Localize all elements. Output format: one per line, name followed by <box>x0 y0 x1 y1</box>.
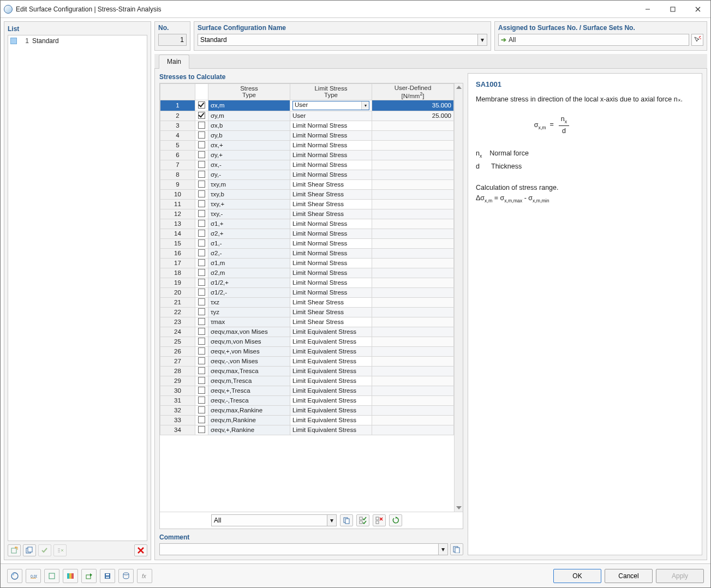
row-number[interactable]: 14 <box>160 229 195 238</box>
help-button[interactable] <box>7 569 22 583</box>
row-number[interactable]: 22 <box>160 307 195 317</box>
row-checkbox[interactable] <box>195 337 208 346</box>
cell-stress-type[interactable]: σ1/2,+ <box>208 278 290 287</box>
cell-user-defined[interactable] <box>372 170 454 179</box>
row-number[interactable]: 29 <box>160 376 195 386</box>
cell-stress-type[interactable]: σ1/2,- <box>208 287 290 297</box>
cell-stress-type[interactable]: σx,- <box>208 160 290 170</box>
assigned-field[interactable]: ➔ All <box>498 34 689 46</box>
cell-stress-type[interactable]: σ1,m <box>208 258 290 268</box>
cell-limit-type[interactable]: Limit Equivalent Stress <box>290 356 372 366</box>
check-all-button[interactable] <box>38 544 51 556</box>
cell-limit-type[interactable]: User <box>290 111 372 121</box>
comment-field[interactable] <box>159 543 438 555</box>
configuration-list[interactable]: 1 Standard <box>8 35 147 541</box>
row-number[interactable]: 23 <box>160 317 195 327</box>
cell-stress-type[interactable]: σeqv,-,Tresca <box>208 395 290 405</box>
row-number[interactable]: 11 <box>160 199 195 209</box>
cell-stress-type[interactable]: τxz <box>208 297 290 307</box>
row-number[interactable]: 31 <box>160 395 195 405</box>
colors-button[interactable] <box>63 569 78 583</box>
cell-user-defined[interactable] <box>372 386 454 395</box>
row-checkbox[interactable] <box>195 386 208 395</box>
function-button[interactable]: fx <box>137 569 152 583</box>
cell-limit-type[interactable]: Limit Equivalent Stress <box>290 405 372 415</box>
cell-user-defined[interactable] <box>372 278 454 287</box>
cell-limit-type[interactable]: Limit Normal Stress <box>290 229 372 238</box>
row-checkbox[interactable] <box>195 100 208 111</box>
row-checkbox[interactable] <box>195 425 208 435</box>
cell-limit-type[interactable]: Limit Normal Stress <box>290 258 372 268</box>
cell-user-defined[interactable] <box>372 317 454 327</box>
row-checkbox[interactable] <box>195 376 208 386</box>
cell-stress-type[interactable]: σx,b <box>208 121 290 130</box>
new-item-button[interactable] <box>8 544 21 556</box>
cell-user-defined[interactable] <box>372 150 454 160</box>
cell-limit-type[interactable]: Limit Normal Stress <box>290 278 372 287</box>
cell-user-defined[interactable] <box>372 130 454 140</box>
delete-item-button[interactable] <box>134 544 147 556</box>
uncheck-rows-button[interactable] <box>373 514 386 526</box>
cell-limit-type[interactable]: Limit Equivalent Stress <box>290 376 372 386</box>
name-combo[interactable]: ▾ <box>198 34 487 46</box>
cell-stress-type[interactable]: σy,b <box>208 130 290 140</box>
cell-user-defined[interactable] <box>372 327 454 337</box>
comment-combo[interactable]: ▾ <box>159 543 448 555</box>
row-number[interactable]: 33 <box>160 415 195 425</box>
cell-limit-type[interactable]: Limit Normal Stress <box>290 130 372 140</box>
row-number[interactable]: 4 <box>160 130 195 140</box>
row-number[interactable]: 1 <box>160 100 195 111</box>
row-checkbox[interactable] <box>195 111 208 121</box>
row-number[interactable]: 19 <box>160 278 195 287</box>
cell-user-defined[interactable] <box>372 248 454 258</box>
row-checkbox[interactable] <box>195 405 208 415</box>
cell-limit-type[interactable]: User▾ <box>290 100 372 111</box>
row-checkbox[interactable] <box>195 160 208 170</box>
save-button[interactable] <box>100 569 115 583</box>
cell-stress-type[interactable]: σeqv,+,von Mises <box>208 346 290 356</box>
comment-pick-button[interactable] <box>450 543 463 555</box>
cell-limit-type[interactable]: Limit Equivalent Stress <box>290 366 372 376</box>
cell-limit-type[interactable]: Limit Equivalent Stress <box>290 415 372 425</box>
row-number[interactable]: 24 <box>160 327 195 337</box>
row-checkbox[interactable] <box>195 130 208 140</box>
cell-limit-type[interactable]: Limit Normal Stress <box>290 248 372 258</box>
cell-user-defined[interactable]: 25.000 <box>372 111 454 121</box>
cell-stress-type[interactable]: σ1,- <box>208 238 290 248</box>
col-limit-type[interactable]: Limit StressType <box>290 84 372 100</box>
cell-user-defined[interactable] <box>372 219 454 229</box>
row-checkbox[interactable] <box>195 395 208 405</box>
cell-limit-type[interactable]: Limit Shear Stress <box>290 297 372 307</box>
cell-limit-type[interactable]: Limit Normal Stress <box>290 160 372 170</box>
apply-button[interactable]: Apply <box>656 569 704 583</box>
database-button[interactable] <box>118 569 134 583</box>
cell-stress-type[interactable]: σ1,+ <box>208 219 290 229</box>
row-number[interactable]: 7 <box>160 160 195 170</box>
cell-user-defined[interactable] <box>372 346 454 356</box>
cell-stress-type[interactable]: σeqv,m,Tresca <box>208 376 290 386</box>
row-number[interactable]: 18 <box>160 268 195 278</box>
row-checkbox[interactable] <box>195 140 208 150</box>
row-number[interactable]: 27 <box>160 356 195 366</box>
cell-stress-type[interactable]: σeqv,+,Tresca <box>208 386 290 395</box>
cell-stress-type[interactable]: σeqv,m,Rankine <box>208 415 290 425</box>
cell-user-defined[interactable] <box>372 356 454 366</box>
cell-limit-type[interactable]: Limit Normal Stress <box>290 268 372 278</box>
cell-user-defined[interactable] <box>372 297 454 307</box>
row-checkbox[interactable] <box>195 150 208 160</box>
cell-limit-type[interactable]: Limit Equivalent Stress <box>290 327 372 337</box>
comment-dropdown-button[interactable]: ▾ <box>438 543 448 555</box>
cancel-button[interactable]: Cancel <box>605 569 653 583</box>
cell-limit-type[interactable]: Limit Normal Stress <box>290 170 372 179</box>
row-checkbox[interactable] <box>195 219 208 229</box>
cell-limit-type[interactable]: Limit Shear Stress <box>290 317 372 327</box>
row-checkbox[interactable] <box>195 238 208 248</box>
cell-user-defined[interactable]: 35.000 <box>372 100 454 111</box>
number-field[interactable] <box>158 34 187 46</box>
cell-stress-type[interactable]: σ2,- <box>208 248 290 258</box>
cell-user-defined[interactable] <box>372 199 454 209</box>
row-checkbox[interactable] <box>195 248 208 258</box>
row-number[interactable]: 10 <box>160 189 195 199</box>
cell-limit-type[interactable]: Limit Shear Stress <box>290 209 372 219</box>
cell-user-defined[interactable] <box>372 376 454 386</box>
